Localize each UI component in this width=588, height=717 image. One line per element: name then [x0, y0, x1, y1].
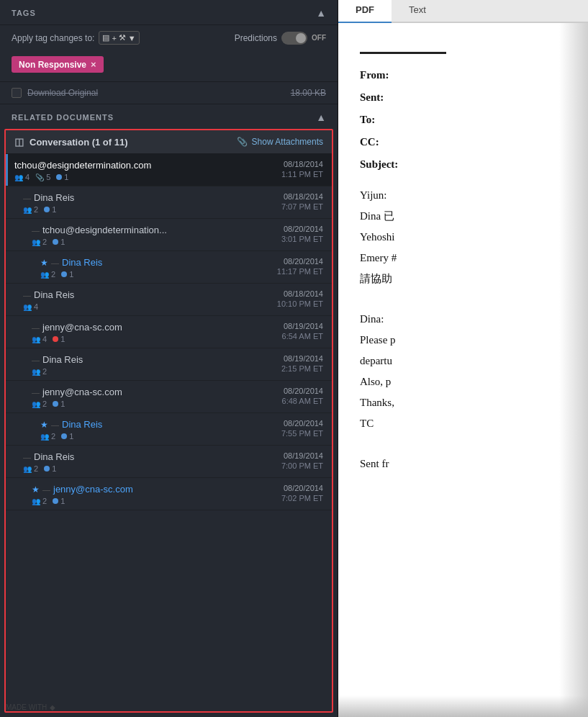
email-left: ★ —Dina Reis 👥2 1 — [40, 257, 260, 279]
email-meta: 👥2 1 — [32, 497, 260, 505]
email-meta: 👥4 1 — [32, 335, 260, 343]
watermark-brand: ◆ — [50, 703, 55, 711]
conversation-header: ◫ Conversation (1 of 11) 📎 Show Attachme… — [6, 130, 332, 154]
tag-count: 1 — [53, 335, 65, 343]
email-sender: —jenny@cna-sc.com — [32, 322, 260, 333]
document-icon: ▤ — [102, 33, 109, 42]
email-row[interactable]: ★ —Dina Reis 👥2 1 08/20/2014 7:55 PM — [6, 413, 332, 446]
email-left: ★ —jenny@cna-sc.com 👥2 1 — [32, 484, 260, 505]
right-panel: PDF Text From: Sent: To: CC: Subject: Yi… — [338, 0, 588, 717]
tag-count: 1 — [44, 205, 56, 214]
tag-count: 1 — [61, 270, 73, 279]
people-count: 👥2 — [40, 270, 55, 279]
tag-dot — [44, 207, 50, 212]
email-meta: 👥2 — [32, 367, 260, 376]
email-date: 08/18/2014 — [266, 192, 323, 201]
apply-target-icons[interactable]: ▤ + ⚒ ▼ — [99, 31, 139, 45]
tag-count: 1 — [61, 432, 73, 441]
body-line: Yehoshi — [360, 227, 566, 247]
tag-dot-blue — [56, 174, 62, 180]
hierarchy-icon: ⚒ — [119, 33, 126, 42]
tags-title: TAGS — [12, 9, 36, 17]
predictions-group: Predictions OFF — [235, 32, 326, 45]
email-time: 7:07 PM ET — [266, 202, 323, 211]
email-meta: 👥4 📎5 1 — [14, 173, 260, 181]
email-meta: 👥2 1 — [32, 400, 260, 408]
show-attachments-button[interactable]: 📎 Show Attachments — [237, 137, 323, 147]
show-attachments-label: Show Attachments — [252, 137, 323, 147]
toggle-state-label: OFF — [312, 34, 326, 42]
thread-arrow: — — [51, 420, 59, 429]
email-row[interactable]: ★ —Dina Reis 👥2 1 08/20/2014 11:17 P — [6, 251, 332, 284]
email-time: 6:48 AM ET — [266, 397, 323, 405]
conversation-label: Conversation (1 of 11) — [30, 137, 128, 148]
email-row[interactable]: —jenny@cna-sc.com 👥2 1 08/20/2014 6:48 A… — [6, 381, 332, 413]
doc-body: Yijun: Dina 已 Yehoshi Emery # 請協助 Dina: … — [360, 186, 566, 474]
predictions-toggle[interactable] — [281, 32, 307, 45]
email-time: 6:54 AM ET — [266, 332, 323, 341]
tab-text[interactable]: Text — [392, 0, 443, 23]
people-count: 👥2 — [40, 432, 55, 441]
email-row[interactable]: ★ —jenny@cna-sc.com 👥2 1 08/20/2014 — [6, 478, 332, 510]
tag-dot — [61, 271, 67, 277]
doc-cc-label: CC: — [360, 132, 410, 152]
email-sender: —Dina Reis — [23, 289, 260, 300]
email-row[interactable]: —Dina Reis 👥2 1 08/19/2014 7:00 PM ET — [6, 446, 332, 478]
email-left: —Dina Reis 👥2 — [32, 354, 260, 376]
conversation-panel: ◫ Conversation (1 of 11) 📎 Show Attachme… — [4, 129, 333, 713]
email-time: 3:01 PM ET — [266, 235, 323, 243]
download-left: Download Original — [12, 88, 98, 98]
tag-badge-non-responsive[interactable]: Non Responsive × — [12, 56, 104, 73]
body-line: Dina 已 — [360, 207, 566, 226]
email-meta: 👥2 1 — [23, 205, 260, 214]
tags-section-header: TAGS ▲ — [0, 0, 338, 25]
email-date-time: 08/20/2014 7:02 PM ET — [266, 484, 323, 502]
people-count: 👥4 — [14, 173, 30, 181]
email-left: —Dina Reis 👥2 1 — [23, 192, 260, 214]
apply-label-group: Apply tag changes to: ▤ + ⚒ ▼ — [12, 31, 140, 45]
watermark-label: MADE WITH — [6, 703, 47, 711]
people-count: 👥4 — [32, 335, 47, 343]
tab-pdf[interactable]: PDF — [338, 0, 392, 23]
email-row[interactable]: —tchou@designdetermination... 👥2 1 08/20… — [6, 219, 332, 251]
watermark: MADE WITH ◆ — [6, 703, 55, 711]
people-icon: 👥 — [32, 238, 40, 246]
email-row[interactable]: —jenny@cna-sc.com 👥4 1 08/19/2014 6:54 A… — [6, 316, 332, 348]
torn-edge-bottom — [338, 695, 588, 717]
star-icon: ★ — [40, 258, 48, 268]
document-viewer: From: Sent: To: CC: Subject: Yijun: Dina… — [338, 23, 588, 717]
email-sender: ★ —Dina Reis — [40, 257, 260, 268]
email-date-time: 08/19/2014 2:15 PM ET — [266, 354, 323, 373]
email-list: tchou@designdetermination.com 👥4 📎5 1 — [6, 154, 332, 711]
thread-arrow: — — [23, 453, 31, 461]
people-icon: 👥 — [40, 271, 49, 279]
body-line: Also, p — [360, 372, 566, 392]
predictions-label: Predictions — [235, 33, 277, 43]
email-time: 7:55 PM ET — [266, 429, 323, 438]
email-row[interactable]: tchou@designdetermination.com 👥4 📎5 1 — [6, 154, 332, 186]
tag-dot — [61, 433, 67, 439]
doc-from-label: From: — [360, 66, 410, 85]
email-date-time: 08/20/2014 3:01 PM ET — [266, 225, 323, 243]
related-collapse-icon[interactable]: ▲ — [316, 112, 326, 123]
doc-subject-label: Subject: — [360, 155, 398, 174]
email-row[interactable]: —Dina Reis 👥2 1 08/18/2014 7:07 PM ET — [6, 186, 332, 219]
tag-count: 1 — [53, 497, 65, 505]
email-meta: 👥4 — [23, 302, 260, 311]
email-left: —Dina Reis 👥2 1 — [23, 451, 260, 473]
tags-collapse-icon[interactable]: ▲ — [316, 7, 326, 19]
people-icon: 👥 — [32, 400, 40, 408]
people-icon: 👥 — [40, 433, 49, 441]
email-row[interactable]: —Dina Reis 👥2 08/19/2014 2:15 PM ET — [6, 348, 332, 381]
tag-badge-close-icon[interactable]: × — [91, 59, 96, 70]
doc-sent-field: Sent: — [360, 88, 566, 107]
people-icon: 👥 — [23, 303, 32, 311]
email-date: 08/20/2014 — [266, 257, 323, 266]
apply-label: Apply tag changes to: — [12, 33, 94, 43]
people-icon: 👥 — [23, 465, 32, 473]
email-row[interactable]: —Dina Reis 👥4 08/18/2014 10:10 PM ET — [6, 284, 332, 316]
attachment-icon: 📎 — [237, 137, 248, 147]
email-date-time: 08/20/2014 6:48 AM ET — [266, 387, 323, 405]
plus-icon: + — [112, 34, 116, 42]
download-checkbox[interactable] — [12, 88, 22, 98]
